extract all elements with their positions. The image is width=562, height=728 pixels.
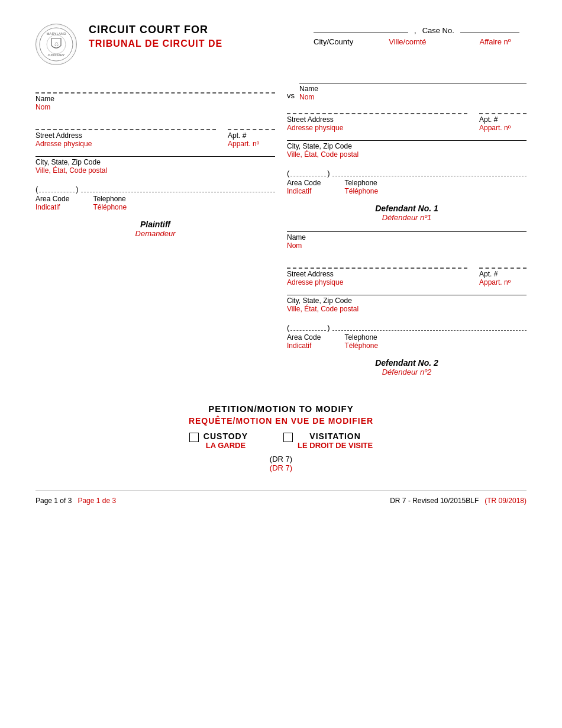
plaintiff-street-input[interactable] bbox=[35, 120, 216, 130]
defendant1-phone-group: ( ) Area Code Indicatif Telephone Téléph… bbox=[287, 167, 527, 195]
defendant2-street-label-fr: Adresse physique bbox=[287, 278, 467, 286]
plaintiff-role-fr: Demandeur bbox=[35, 229, 275, 238]
visitation-checkbox[interactable] bbox=[283, 433, 293, 442]
sub-labels: City/County Ville/comté Affaire nº bbox=[314, 37, 527, 46]
defendant2-city-group: City, State, Zip Code Ville, État, Code … bbox=[287, 295, 527, 313]
defendant2-name-input[interactable] bbox=[287, 231, 527, 232]
defendant2-phone-input[interactable] bbox=[332, 321, 527, 331]
plaintiff-paren-close: ) bbox=[76, 185, 78, 194]
custody-checkbox[interactable] bbox=[189, 433, 199, 442]
defendant2-role: Defendant No. 2 Défendeur nº2 bbox=[287, 358, 527, 376]
footer-page: Page 1 of 3 Page 1 de 3 bbox=[35, 497, 116, 505]
case-line: , Case No. bbox=[314, 26, 527, 35]
visitation-checkbox-item: VISITATION LE DROIT DE VISITE bbox=[283, 431, 373, 450]
petition-title-en: PETITION/MOTION TO MODIFY bbox=[35, 404, 527, 414]
defendant1-area-label-fr: Indicatif bbox=[287, 187, 321, 195]
defendant1-phone-labels: Area Code Indicatif Telephone Téléphone bbox=[287, 179, 527, 195]
defendant1-address-row: Street Address Adresse physique Apt. # A… bbox=[287, 104, 527, 132]
footer: Page 1 of 3 Page 1 de 3 DR 7 - Revised 1… bbox=[35, 490, 527, 505]
plaintiff-apt-input[interactable] bbox=[228, 120, 275, 130]
plaintiff-street-label-en: Street Address bbox=[35, 131, 216, 140]
city-county-blank[interactable] bbox=[314, 33, 408, 33]
plaintiff-role-en: Plaintiff bbox=[35, 220, 275, 229]
affaire-label: Affaire nº bbox=[480, 37, 511, 46]
plaintiff-phone-input[interactable] bbox=[81, 183, 275, 192]
defendant2-phone-line: ( ) bbox=[287, 321, 527, 332]
plaintiff-apt-label-en: Apt. # bbox=[228, 131, 275, 140]
defendant1-street-field: Street Address Adresse physique bbox=[287, 104, 467, 132]
maryland-judiciary-logo: MARYLAND JUDICIARY ⚖ bbox=[35, 24, 77, 65]
defendant2-address-group: Street Address Adresse physique Apt. # A… bbox=[287, 258, 527, 286]
plaintiff-role: Plaintiff Demandeur bbox=[35, 220, 275, 238]
defendant1-name-input[interactable] bbox=[299, 83, 527, 83]
defendant2-area-label-fr: Indicatif bbox=[287, 342, 321, 350]
visitation-label-fr: LE DROIT DE VISITE bbox=[298, 441, 373, 450]
plaintiff-city-group: City, State, Zip Code Ville, État, Code … bbox=[35, 156, 275, 175]
plaintiff-address-row: Street Address Adresse physique Apt. # A… bbox=[35, 120, 275, 148]
petition-title-fr: REQUÊTE/MOTION EN VUE DE MODIFIER bbox=[35, 416, 527, 426]
plaintiff-phone-line: ( ) bbox=[35, 183, 275, 194]
visitation-text: VISITATION LE DROIT DE VISITE bbox=[298, 431, 373, 450]
plaintiff-apt-field: Apt. # Appart. nº bbox=[228, 120, 275, 148]
defendant2-apt-input[interactable] bbox=[479, 258, 527, 269]
defendant1-area-input[interactable] bbox=[290, 167, 326, 176]
footer-revised: DR 7 - Revised 10/2015BLF (TR 09/2018) bbox=[390, 497, 527, 505]
defendant2-area-input[interactable] bbox=[290, 321, 326, 331]
visitation-label-en: VISITATION bbox=[298, 431, 373, 441]
footer-page-fr: Page 1 de 3 bbox=[77, 497, 116, 505]
plaintiff-name-input[interactable] bbox=[35, 83, 275, 94]
plaintiff-area-labels: Area Code Indicatif bbox=[35, 195, 69, 211]
defendant2-name-label-fr: Nom bbox=[287, 241, 527, 250]
defendant1-area-label-en: Area Code bbox=[287, 179, 321, 187]
defendant1-street-input[interactable] bbox=[287, 104, 467, 114]
defendant1-apt-input[interactable] bbox=[479, 104, 527, 114]
header: MARYLAND JUDICIARY ⚖ CIRCUIT COURT FOR T… bbox=[35, 24, 527, 65]
defendant1-paren-open: ( bbox=[287, 169, 289, 178]
defendant1-tel-labels: Telephone Téléphone bbox=[344, 179, 378, 195]
defendant1-area-labels: Area Code Indicatif bbox=[287, 179, 321, 195]
defendant2-apt-label-en: Apt. # bbox=[479, 270, 527, 278]
city-county-label-fr: Ville/comté bbox=[389, 37, 426, 46]
defendant1-name-label-fr: Nom bbox=[299, 93, 527, 101]
plaintiff-name-group: Name Nom bbox=[35, 83, 275, 111]
plaintiff-city-label-fr: Ville, État, Code postal bbox=[35, 166, 275, 175]
checkbox-row: CUSTODY LA GARDE VISITATION LE DROIT DE … bbox=[35, 431, 527, 450]
defendant2-name-label-en: Name bbox=[287, 233, 527, 241]
custody-label-fr: LA GARDE bbox=[204, 441, 248, 450]
plaintiff-tel-labels: Telephone Téléphone bbox=[93, 195, 127, 211]
plaintiff-area-input[interactable] bbox=[39, 183, 75, 192]
defendant2-role-en: Defendant No. 2 bbox=[287, 358, 527, 368]
defendant2-area-label-en: Area Code bbox=[287, 333, 321, 342]
defendant2-tel-labels: Telephone Téléphone bbox=[344, 333, 378, 350]
defendant1-phone-input[interactable] bbox=[332, 167, 527, 176]
defendant1-name-block: Name Nom bbox=[299, 83, 527, 101]
dr-label-en: (DR 7) bbox=[35, 455, 527, 463]
defendant2-area-labels: Area Code Indicatif bbox=[287, 333, 321, 350]
defendant2-name-group: Name Nom bbox=[287, 231, 527, 250]
vs-label-col: vs bbox=[287, 83, 295, 100]
defendant1-phone-line: ( ) bbox=[287, 167, 527, 178]
defendant2-city-line bbox=[287, 295, 527, 295]
plaintiff-phone-labels: Area Code Indicatif Telephone Téléphone bbox=[35, 195, 275, 211]
defendant2-apt-label-fr: Appart. nº bbox=[479, 278, 527, 286]
defendant1-tel-label-en: Telephone bbox=[344, 179, 378, 187]
defendant2-city-label-fr: Ville, État, Code postal bbox=[287, 305, 527, 313]
plaintiff-tel-label-fr: Téléphone bbox=[93, 203, 127, 211]
defendant2-street-field: Street Address Adresse physique bbox=[287, 258, 467, 286]
defendant2-city-label-en: City, State, Zip Code bbox=[287, 297, 527, 305]
plaintiff-area-label-en: Area Code bbox=[35, 195, 69, 203]
defendant2-role-fr: Défendeur nº2 bbox=[287, 368, 527, 376]
footer-page-en: Page 1 of 3 bbox=[35, 497, 72, 505]
dr-label: (DR 7) (DR 7) bbox=[35, 455, 527, 472]
defendant1-name-label-en: Name bbox=[299, 85, 527, 93]
case-no-blank[interactable] bbox=[460, 33, 519, 33]
defendant1-city-group: City, State, Zip Code Ville, État, Code … bbox=[287, 140, 527, 159]
plaintiff-city-line bbox=[35, 156, 275, 157]
petition-section: PETITION/MOTION TO MODIFY REQUÊTE/MOTION… bbox=[35, 404, 527, 472]
defendant2-street-input[interactable] bbox=[287, 258, 467, 269]
defendant1-city-label-fr: Ville, État, Code postal bbox=[287, 150, 527, 159]
defendant2-phone-labels: Area Code Indicatif Telephone Téléphone bbox=[287, 333, 527, 350]
footer-revised-en: DR 7 - Revised 10/2015BLF bbox=[390, 497, 479, 505]
defendant1-tel-label-fr: Téléphone bbox=[344, 187, 378, 195]
main-content: Name Nom Street Address Adresse physique… bbox=[35, 83, 527, 386]
